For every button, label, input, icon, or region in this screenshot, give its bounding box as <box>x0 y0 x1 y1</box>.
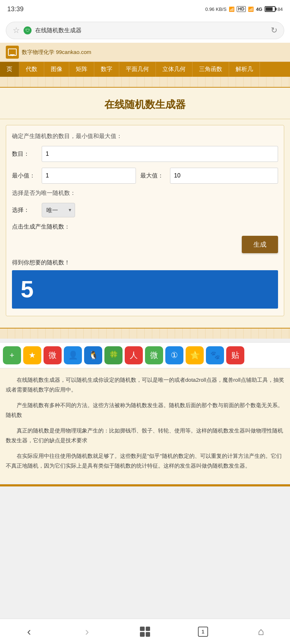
tab-home[interactable]: 页 <box>0 62 19 77</box>
social-icons-bar: + ★ 微 👤 🐧 🍀 人 微 ① ⭐ 🐾 贴 <box>0 342 290 368</box>
desc-paragraph-4: 在实际应用中往往使用伪随机数就足够了。这些数列是"似乎"随机的数定的、可以重复的… <box>6 451 284 471</box>
tab-image[interactable]: 图像 <box>44 62 69 77</box>
description-area: 在线随机数生成器，可以随机生成你设定的随机数，可以是唯一的或者dota2roll… <box>0 368 290 483</box>
count-input[interactable] <box>42 146 278 162</box>
home-button[interactable]: ⌂ <box>248 623 274 641</box>
social-icon-star[interactable]: ★ <box>23 346 41 364</box>
social-icon-star2[interactable]: ⭐ <box>186 346 204 364</box>
page-title: 在线随机数生成器 <box>0 98 290 112</box>
generate-btn-row: 生成 <box>12 236 278 253</box>
page-decoration-top <box>0 77 290 88</box>
select-wrapper: 唯一 可重复 ▼ <box>42 203 75 217</box>
back-button[interactable]: ‹ <box>16 623 42 641</box>
back-arrow-icon: ‹ <box>27 625 31 638</box>
status-bar: 13:39 0.96 KB/S 📶 HD 📶 4G 84 <box>0 0 290 18</box>
battery-percent: 84 <box>278 7 283 12</box>
address-bar-container: ☆ 🛡 在线随机数生成器 ↻ <box>0 18 290 43</box>
tab-plane[interactable]: 平面几何 <box>119 62 156 77</box>
home-icon: ⌂ <box>258 626 264 637</box>
generate-button[interactable]: 生成 <box>242 236 278 253</box>
tab-trig[interactable]: 三角函数 <box>192 62 229 77</box>
form-container: 确定产生随机数的数目，最小值和最大值： 数目： 最小值： 最大值： 选择是否为唯… <box>6 125 284 316</box>
signal-icon: 📶 <box>248 7 254 12</box>
click-hint: 点击生成产生随机数： <box>12 223 278 231</box>
tab-analytic[interactable]: 解析几 <box>229 62 260 77</box>
max-input[interactable] <box>170 168 278 184</box>
status-time: 13:39 <box>7 5 24 13</box>
battery-indicator <box>265 6 276 12</box>
social-icon-weibo[interactable]: 微 <box>44 346 62 364</box>
hd-badge: HD <box>237 6 246 12</box>
count-row: 数目： <box>12 146 278 162</box>
min-label: 最小值： <box>12 172 37 180</box>
url-text[interactable]: 在线随机数生成器 <box>35 27 267 34</box>
tab-number[interactable]: 数字 <box>94 62 119 77</box>
unique-description: 选择是否为唯一随机数： <box>12 189 278 197</box>
network-speed: 0.96 KB/S <box>205 7 227 12</box>
site-name: 数字物理化学 99cankao.com <box>22 49 91 56</box>
site-logo <box>6 46 19 59</box>
desc-paragraph-3: 真正的随机数是使用物理现象产生的：比如掷钱币、骰子、转轮、使用等。这样的随机数发… <box>6 426 284 445</box>
social-icon-qq[interactable]: 🐧 <box>84 346 102 364</box>
nav-tabs: 页 代数 图像 矩阵 数字 平面几何 立体几何 三角函数 解析几 <box>0 62 290 77</box>
tab-count-badge: 1 <box>198 627 208 637</box>
result-hint: 得到你想要的随机数！ <box>12 259 278 267</box>
result-box: 5 <box>12 270 278 309</box>
select-row: 选择： 唯一 可重复 ▼ <box>12 203 278 217</box>
address-input-area[interactable]: ☆ 🛡 在线随机数生成器 ↻ <box>6 22 284 39</box>
social-icon-wechat[interactable]: 微 <box>145 346 163 364</box>
social-icon-renren[interactable]: 人 <box>125 346 143 364</box>
status-icons: 0.96 KB/S 📶 HD 📶 4G 84 <box>205 6 283 12</box>
social-icon-profile[interactable]: 👤 <box>64 346 82 364</box>
apps-grid-icon <box>140 627 150 637</box>
refresh-icon[interactable]: ↻ <box>271 26 277 35</box>
tab-algebra[interactable]: 代数 <box>19 62 44 77</box>
social-icon-baidu[interactable]: 🐾 <box>206 346 224 364</box>
social-icon-add[interactable]: + <box>3 346 21 364</box>
desc-paragraph-2: 产生随机数有多种不同的方法。这些方法被称为随机数发生器。随机数后面的那个数与前面… <box>6 400 284 420</box>
page-decoration-bottom <box>0 328 290 339</box>
select-label: 选择： <box>12 206 37 214</box>
tab-solid[interactable]: 立体几何 <box>156 62 192 77</box>
max-label: 最大值： <box>140 172 166 180</box>
security-icon: 🛡 <box>24 26 32 34</box>
social-icon-tieba[interactable]: 贴 <box>226 346 244 364</box>
wifi-icon: 📶 <box>229 7 235 12</box>
forward-arrow-icon: › <box>85 625 89 638</box>
page-title-area: 在线随机数生成器 <box>0 88 290 119</box>
count-label: 数目： <box>12 150 37 158</box>
social-icon-clover[interactable]: 🍀 <box>104 346 123 364</box>
forward-button[interactable]: › <box>74 623 100 641</box>
bookmark-icon[interactable]: ☆ <box>13 26 20 35</box>
main-content: 确定产生随机数的数目，最小值和最大值： 数目： 最小值： 最大值： 选择是否为唯… <box>0 119 290 328</box>
form-description: 确定产生随机数的数目，最小值和最大值： <box>12 133 278 140</box>
tabs-button[interactable]: 1 <box>190 623 216 641</box>
apps-button[interactable] <box>132 623 158 641</box>
social-icon-yidong[interactable]: ① <box>165 346 183 364</box>
unique-select[interactable]: 唯一 可重复 <box>42 203 75 217</box>
result-value: 5 <box>21 276 34 303</box>
minmax-row: 最小值： 最大值： <box>12 168 278 184</box>
desc-paragraph-1: 在线随机数生成器，可以随机生成你设定的随机数，可以是唯一的或者dota2roll… <box>6 375 284 394</box>
min-input[interactable] <box>42 168 136 184</box>
network-type: 4G <box>256 7 262 12</box>
site-header: 数字物理化学 99cankao.com <box>0 43 290 62</box>
bottom-navigation: ‹ › 1 ⌂ <box>0 619 290 644</box>
tab-matrix[interactable]: 矩阵 <box>69 62 94 77</box>
